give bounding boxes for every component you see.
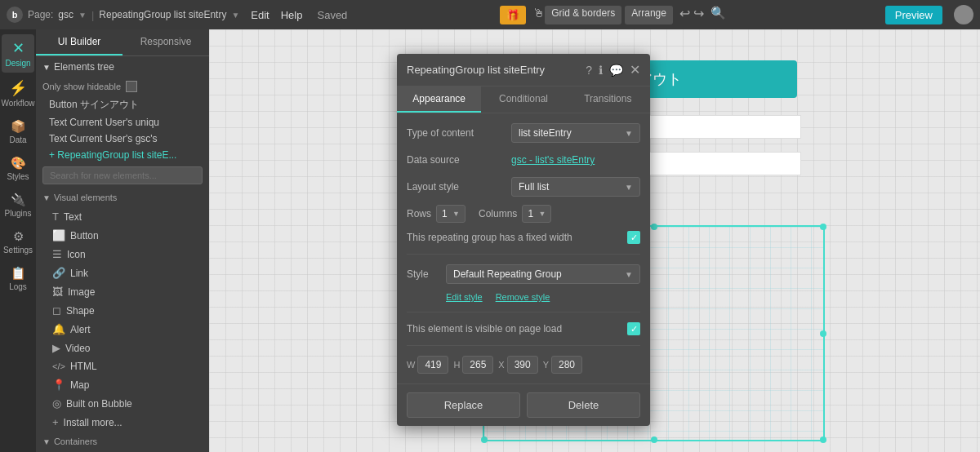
rg-handle-mr[interactable]	[820, 330, 826, 337]
workflow-icon: ⚡	[9, 79, 27, 97]
rg-handle-bm[interactable]	[651, 436, 657, 443]
containers-caret: ▼	[42, 437, 51, 446]
undo-button[interactable]: ↩	[679, 6, 690, 24]
style-value: Default Repeating Group	[453, 268, 562, 280]
element-text[interactable]: T Text	[36, 207, 209, 226]
avatar[interactable]	[954, 5, 973, 24]
rg-handle-tr[interactable]	[820, 224, 826, 230]
grid-borders-button[interactable]: Grid & borders	[545, 6, 621, 24]
element-name: RepeatingGroup list siteEntry	[99, 9, 226, 20]
modal-close-button[interactable]: ✕	[630, 62, 640, 78]
element-map[interactable]: 📍 Map	[36, 375, 209, 394]
logo: b	[7, 7, 23, 23]
h-input[interactable]: 265	[462, 356, 493, 374]
fixed-width-row: This repeating group has a fixed width ✓	[407, 231, 640, 244]
tree-caret-icon: ▼	[42, 63, 51, 72]
layout-style-select[interactable]: Full list ▼	[511, 177, 640, 197]
tree-item-text1[interactable]: Text Current User's uniqu	[36, 114, 209, 131]
fixed-width-label: This repeating group has a fixed width	[407, 232, 621, 243]
sidebar-item-settings[interactable]: ⚙ Settings	[2, 224, 34, 259]
help-action[interactable]: Help	[281, 9, 303, 21]
sidebar-item-plugins[interactable]: 🔌 Plugins	[2, 188, 34, 223]
sidebar-item-logs[interactable]: 📋 Logs	[2, 261, 34, 296]
search-icon[interactable]: 🔍	[710, 6, 726, 24]
containers-header[interactable]: ▼ Containers	[36, 432, 209, 451]
element-button[interactable]: ⬜ Button	[36, 226, 209, 245]
comment-icon[interactable]: 💬	[609, 64, 623, 77]
edit-action[interactable]: Edit	[251, 9, 269, 21]
settings-icon: ⚙	[13, 229, 24, 244]
element-built-on-bubble[interactable]: ◎ Built on Bubble	[36, 394, 209, 413]
modal-panel: RepeatingGroup list siteEntry ? ℹ 💬 ✕ Ap…	[397, 54, 650, 426]
canvas-area[interactable]: サインアウト Current User's unique id Current …	[209, 29, 980, 452]
info-circle-icon[interactable]: ℹ	[599, 64, 603, 77]
tree-item-text2[interactable]: Text Current User's gsc's	[36, 131, 209, 147]
element-alert[interactable]: 🔔 Alert	[36, 320, 209, 339]
element-image[interactable]: 🖼 Image	[36, 282, 209, 301]
modal-title: RepeatingGroup list siteEntry	[407, 64, 579, 76]
rg-handle-bl[interactable]	[481, 436, 488, 443]
element-dropdown-icon[interactable]: ▼	[231, 11, 239, 20]
help-circle-icon[interactable]: ?	[586, 64, 592, 77]
sidebar-item-styles[interactable]: 🎨 Styles	[2, 151, 34, 186]
sidebar-item-workflow[interactable]: ⚡ Workflow	[2, 74, 34, 113]
map-icon: 📍	[52, 379, 65, 391]
visual-elements-header[interactable]: ▼ Visual elements	[36, 188, 209, 207]
element-install-more[interactable]: + Install more...	[36, 413, 209, 432]
y-input[interactable]: 280	[551, 356, 582, 374]
search-elements-input[interactable]	[42, 166, 203, 184]
bubble-icon: ◎	[52, 397, 61, 410]
elements-tree-header[interactable]: ▼ Elements tree	[36, 56, 209, 78]
show-hideable-checkbox[interactable]	[126, 81, 137, 92]
tab-transitions[interactable]: Transitions	[566, 86, 650, 113]
fixed-width-checkbox[interactable]: ✓	[627, 231, 640, 244]
tree-item-button[interactable]: Button サインアウト	[36, 95, 209, 114]
install-icon: +	[52, 416, 59, 428]
element-html[interactable]: </> HTML	[36, 357, 209, 375]
modal-tabs: Appearance Conditional Transitions	[397, 86, 650, 113]
rg-handle-br[interactable]	[820, 436, 826, 443]
arrange-button[interactable]: Arrange	[625, 6, 673, 24]
style-select[interactable]: Default Repeating Group ▼	[446, 264, 640, 284]
element-link[interactable]: 🔗 Link	[36, 264, 209, 282]
element-video[interactable]: ▶ Video	[36, 339, 209, 357]
element-image-label: Image	[68, 286, 95, 298]
panel-tabs: UI Builder Responsive	[36, 29, 209, 56]
rg-handle-tm[interactable]	[651, 224, 657, 230]
icon-sidebar: ✕ Design ⚡ Workflow 📦 Data 🎨 Styles 🔌 Pl…	[0, 29, 36, 452]
x-input[interactable]: 390	[507, 356, 538, 374]
page-dropdown-icon[interactable]: ▼	[78, 11, 87, 20]
redo-button[interactable]: ↪	[693, 6, 704, 24]
replace-button[interactable]: Replace	[407, 392, 520, 418]
tree-item-rg[interactable]: + RepeatingGroup list siteE...	[36, 147, 209, 163]
divider2	[407, 312, 640, 312]
width-item: W 419	[407, 356, 448, 374]
image-icon: 🖼	[52, 286, 63, 298]
gift-icon[interactable]: 🎁	[500, 6, 526, 24]
element-link-label: Link	[70, 268, 88, 279]
sidebar-item-data[interactable]: 📦 Data	[2, 114, 34, 149]
element-video-label: Video	[65, 343, 90, 354]
w-input[interactable]: 419	[417, 356, 448, 374]
element-shape[interactable]: ◻ Shape	[36, 301, 209, 320]
element-icon[interactable]: ☰ Icon	[36, 245, 209, 264]
tab-ui-builder[interactable]: UI Builder	[36, 29, 122, 55]
type-of-content-select[interactable]: list siteEntry ▼	[511, 123, 640, 143]
style-label: Style	[407, 268, 439, 280]
data-source-link[interactable]: gsc - list's siteEntry	[511, 151, 640, 169]
element-text-label: Text	[64, 211, 82, 223]
visible-checkbox[interactable]: ✓	[627, 322, 640, 335]
delete-button[interactable]: Delete	[527, 392, 640, 418]
remove-style-link[interactable]: Remove style	[496, 292, 550, 302]
layout-style-value: Full list	[519, 181, 549, 193]
sidebar-item-design[interactable]: ✕ Design	[2, 34, 34, 73]
element-html-label: HTML	[70, 361, 97, 372]
tab-responsive[interactable]: Responsive	[122, 29, 209, 55]
rows-input[interactable]: 1 ▼	[436, 205, 466, 223]
tab-appearance[interactable]: Appearance	[397, 86, 481, 113]
type-of-content-row: Type of content list siteEntry ▼	[407, 123, 640, 143]
columns-input[interactable]: 1 ▼	[522, 205, 551, 223]
tab-conditional[interactable]: Conditional	[481, 86, 565, 113]
edit-style-link[interactable]: Edit style	[446, 292, 483, 302]
preview-button[interactable]: Preview	[885, 6, 942, 24]
